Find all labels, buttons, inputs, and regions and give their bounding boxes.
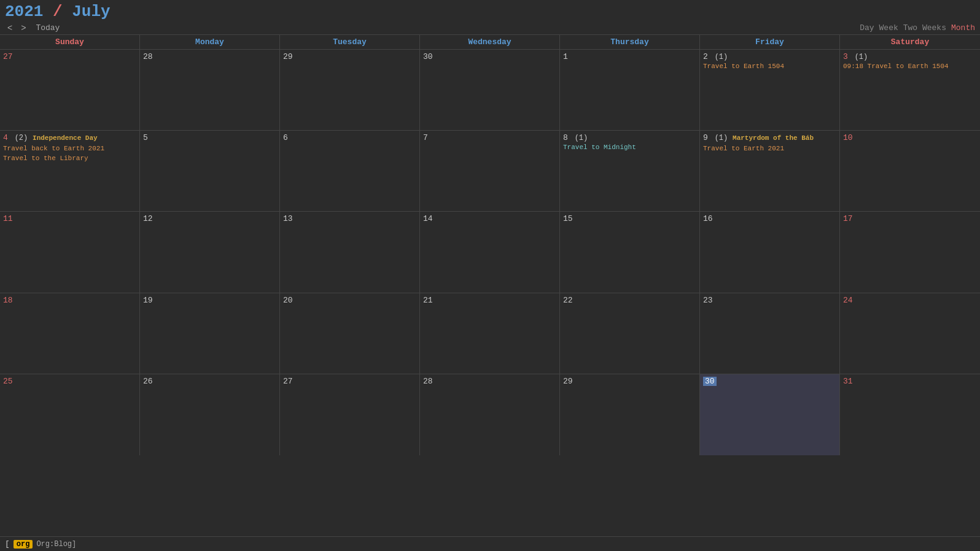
calendar: Sunday Monday Tuesday Wednesday Thursday… xyxy=(0,34,980,536)
cell-jul5[interactable]: 5 xyxy=(140,131,280,211)
event-count: (2) xyxy=(15,134,28,142)
event-count: (1) xyxy=(715,53,728,61)
nav-row: < > Today Day Week Two Weeks Month xyxy=(5,22,975,33)
week-row-1: 27 28 29 30 1 2 (1) Travel to Earth 1504… xyxy=(0,50,980,131)
cell-jul19[interactable]: 19 xyxy=(140,293,280,374)
cell-jul10[interactable]: 10 xyxy=(840,131,980,211)
day-number: 28 xyxy=(423,377,433,386)
day-number: 10 xyxy=(843,133,853,142)
event-independence-day[interactable]: Independence Day xyxy=(33,134,98,142)
cell-jul3[interactable]: 3 (1) 09:18 Travel to Earth 1504 xyxy=(840,50,980,130)
footer-bracket-open: [ xyxy=(5,539,10,549)
header-thursday: Thursday xyxy=(560,35,700,49)
day-number: 31 xyxy=(843,377,853,386)
header-sunday: Sunday xyxy=(0,35,140,49)
cell-jul30-today[interactable]: 30 xyxy=(700,374,840,455)
day-number: 12 xyxy=(143,214,153,223)
day-number: 25 xyxy=(3,377,13,386)
calendar-title: 2021 / July xyxy=(5,2,111,21)
footer: [ org Org:Blog] xyxy=(0,536,980,551)
day-number: 30 xyxy=(703,377,717,386)
week-row-3: 11 12 13 14 15 16 17 xyxy=(0,212,980,293)
cell-jul17[interactable]: 17 xyxy=(840,212,980,292)
cell-jul6[interactable]: 6 xyxy=(280,131,420,211)
event-martyrdom[interactable]: Martyrdom of the Báb xyxy=(733,134,814,142)
cell-jul16[interactable]: 16 xyxy=(700,212,840,292)
day-number: 26 xyxy=(143,377,153,386)
view-week-button[interactable]: Week xyxy=(879,23,898,33)
cell-jul26[interactable]: 26 xyxy=(140,374,280,455)
day-number: 5 xyxy=(143,133,148,142)
day-number: 2 xyxy=(703,52,708,61)
cell-jun29[interactable]: 29 xyxy=(280,50,420,130)
event-travel-earth-1504-sat[interactable]: 09:18 Travel to Earth 1504 xyxy=(843,62,977,71)
cell-jul25[interactable]: 25 xyxy=(0,374,140,455)
cell-jul1[interactable]: 1 xyxy=(560,50,700,130)
cell-jul15[interactable]: 15 xyxy=(560,212,700,292)
cell-jul8[interactable]: 8 (1) Travel to Midnight xyxy=(560,131,700,211)
day-number: 27 xyxy=(3,52,13,61)
nav-left: < > Today xyxy=(5,22,63,33)
day-number: 21 xyxy=(423,296,433,305)
prev-button[interactable]: < xyxy=(5,22,15,33)
cell-jul12[interactable]: 12 xyxy=(140,212,280,292)
cell-jul4[interactable]: 4 (2) Independence Day Travel back to Ea… xyxy=(0,131,140,211)
header-wednesday: Wednesday xyxy=(420,35,560,49)
cell-jul14[interactable]: 14 xyxy=(420,212,560,292)
day-number: 20 xyxy=(283,296,293,305)
cell-jul2[interactable]: 2 (1) Travel to Earth 1504 xyxy=(700,50,840,130)
day-number: 14 xyxy=(423,214,433,223)
cell-jul27b[interactable]: 27 xyxy=(280,374,420,455)
day-number: 4 xyxy=(3,133,8,142)
day-number: 1 xyxy=(563,52,568,61)
event-travel-midnight[interactable]: Travel to Midnight xyxy=(563,143,696,152)
day-headers: Sunday Monday Tuesday Wednesday Thursday… xyxy=(0,35,980,50)
cell-jul9[interactable]: 9 (1) Martyrdom of the Báb Travel to Ear… xyxy=(700,131,840,211)
cell-jun27[interactable]: 27 xyxy=(0,50,140,130)
event-travel-library[interactable]: Travel to the Library xyxy=(3,154,136,163)
cell-jul13[interactable]: 13 xyxy=(280,212,420,292)
cell-jun30[interactable]: 30 xyxy=(420,50,560,130)
day-number: 29 xyxy=(283,52,293,61)
footer-label: Org:Blog] xyxy=(36,540,76,549)
event-travel-earth-2021[interactable]: Travel to Earth 2021 xyxy=(703,144,836,153)
next-button[interactable]: > xyxy=(18,22,28,33)
cell-jul7[interactable]: 7 xyxy=(420,131,560,211)
cell-jul28[interactable]: 28 xyxy=(420,374,560,455)
event-travel-back-earth[interactable]: Travel back to Earth 2021 xyxy=(3,144,136,153)
week-row-2: 4 (2) Independence Day Travel back to Ea… xyxy=(0,131,980,212)
event-travel-earth-1504-fri[interactable]: Travel to Earth 1504 xyxy=(703,62,836,71)
cell-jul21[interactable]: 21 xyxy=(420,293,560,374)
calendar-grid: 27 28 29 30 1 2 (1) Travel to Earth 1504… xyxy=(0,50,980,536)
view-month-button[interactable]: Month xyxy=(951,23,975,33)
cell-jul24[interactable]: 24 xyxy=(840,293,980,374)
cell-jul11[interactable]: 11 xyxy=(0,212,140,292)
day-number: 8 xyxy=(563,133,568,142)
day-number: 28 xyxy=(143,52,153,61)
today-button[interactable]: Today xyxy=(32,23,63,33)
cell-jul18[interactable]: 18 xyxy=(0,293,140,374)
day-number: 9 xyxy=(703,133,708,142)
event-count: (1) xyxy=(575,134,588,142)
cell-jun28[interactable]: 28 xyxy=(140,50,280,130)
day-number: 7 xyxy=(423,133,428,142)
cell-jul22[interactable]: 22 xyxy=(560,293,700,374)
view-day-button[interactable]: Day xyxy=(860,23,874,33)
slash: / xyxy=(53,2,72,21)
cell-jul31[interactable]: 31 xyxy=(840,374,980,455)
day-number: 15 xyxy=(563,214,573,223)
day-number: 27 xyxy=(283,377,293,386)
day-number: 16 xyxy=(703,214,713,223)
event-count: (1) xyxy=(715,134,728,142)
cell-jul29[interactable]: 29 xyxy=(560,374,700,455)
cell-jul23[interactable]: 23 xyxy=(700,293,840,374)
day-number: 18 xyxy=(3,296,13,305)
day-number: 23 xyxy=(703,296,713,305)
day-number: 24 xyxy=(843,296,853,305)
cell-jul20[interactable]: 20 xyxy=(280,293,420,374)
day-number: 11 xyxy=(3,214,13,223)
header-monday: Monday xyxy=(140,35,280,49)
view-two-weeks-button[interactable]: Two Weeks xyxy=(903,23,946,33)
event-count: (1) xyxy=(855,53,868,61)
week-row-5: 25 26 27 28 29 30 31 xyxy=(0,374,980,455)
